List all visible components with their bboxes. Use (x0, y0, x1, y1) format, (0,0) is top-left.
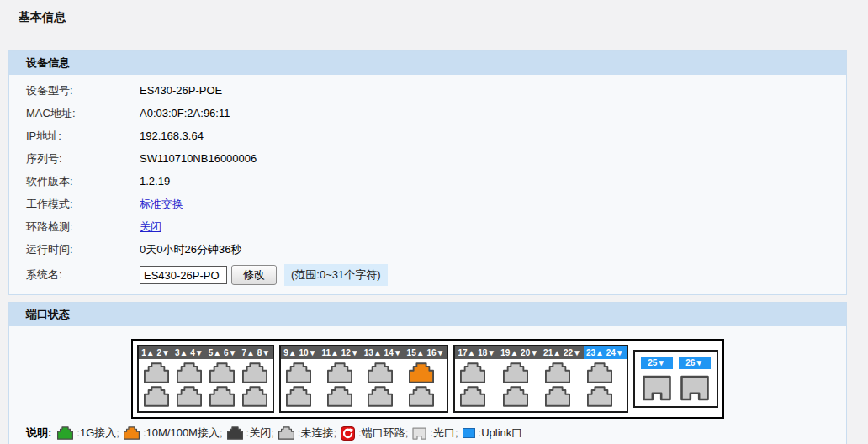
disabled-port-icon (227, 426, 243, 440)
port-11[interactable] (327, 362, 361, 383)
row-value: ES430-26P-POE (140, 84, 222, 97)
port-16[interactable] (409, 386, 442, 407)
port-2[interactable] (144, 386, 169, 407)
port-group-2: 9▲ 10▼11▲ 12▼13▲ 14▼15▲ 16▼ (279, 345, 448, 413)
port-9[interactable] (286, 362, 320, 383)
port-21[interactable] (545, 362, 580, 383)
device-row-work-mode: 工作模式: 标准交换 (9, 193, 846, 215)
legend-item-text: :Uplink口 (479, 426, 523, 441)
device-row-firmware: 软件版本: 1.2.19 (9, 170, 846, 193)
row-label: 设备型号: (9, 83, 140, 98)
device-row-mac: MAC地址: A0:03:0F:2A:96:11 (9, 102, 846, 124)
legend-title: 说明: (26, 426, 51, 441)
device-row-model: 设备型号: ES430-26P-POE (9, 79, 846, 102)
port-pair-label: 9▲ 10▼ (281, 346, 319, 359)
port-pair-label: 15▲ 16▼ (405, 346, 447, 359)
uplink-icon (463, 428, 475, 438)
sfp-cell: 25▼ (641, 357, 673, 401)
port-group-body (139, 359, 273, 411)
device-row-loop-detect: 环路检测: 关闭 (9, 215, 846, 238)
legend-item-text: :光口; (430, 426, 458, 441)
port-20[interactable] (503, 386, 537, 407)
port-pair-label: 19▲ 20▼ (498, 346, 541, 359)
port-7[interactable] (242, 362, 267, 383)
port-13[interactable] (368, 362, 401, 383)
legend-item-text: :1G接入; (77, 426, 119, 441)
port-pair-label: 17▲ 18▼ (455, 346, 498, 359)
port-group-1: 1▲ 2▼3▲ 4▼5▲ 6▼7▲ 8▼ (137, 345, 274, 413)
sfp-cell: 26▼ (679, 357, 711, 401)
row-label: 序列号: (9, 151, 140, 166)
row-label: 工作模式: (9, 197, 140, 212)
legend-item: :1G接入; (57, 426, 119, 441)
page-title: 基本信息 (19, 10, 868, 25)
port-4[interactable] (177, 386, 202, 407)
legend-item-text: :10M/100M接入; (143, 426, 223, 441)
sfp-group: 25▼26▼ (633, 350, 718, 408)
port-19[interactable] (503, 362, 537, 383)
device-info-panel: 设备信息 设备型号: ES430-26P-POE MAC地址: A0:03:0F… (8, 50, 847, 295)
device-info-body: 设备型号: ES430-26P-POE MAC地址: A0:03:0F:2A:9… (9, 75, 846, 294)
legend-item: :端口环路; (341, 426, 408, 441)
loop-icon (341, 426, 355, 441)
port-group-body (455, 359, 626, 411)
port-group-header: 17▲ 18▼19▲ 20▼21▲ 22▼23▲ 24▼ (455, 346, 626, 359)
port-12[interactable] (327, 386, 361, 407)
port-pair-label: 5▲ 6▼ (206, 346, 240, 359)
loop-detect-link[interactable]: 关闭 (140, 219, 161, 235)
port-pair-label: 3▲ 4▼ (172, 346, 206, 359)
port-status-panel: 端口状态 1▲ 2▼3▲ 4▼5▲ 6▼7▲ 8▼9▲ 10▼11▲ 12▼13… (8, 302, 847, 444)
port-14[interactable] (368, 386, 401, 407)
device-row-uptime: 运行时间: 0天0小时26分钟36秒 (9, 238, 846, 261)
legend-item: :光口; (412, 426, 458, 441)
port-group-header: 9▲ 10▼11▲ 12▼13▲ 14▼15▲ 16▼ (281, 346, 447, 359)
port-24[interactable] (587, 386, 622, 407)
port-status-body: 1▲ 2▼3▲ 4▼5▲ 6▼7▲ 8▼9▲ 10▼11▲ 12▼13▲ 14▼… (9, 326, 846, 444)
legend-item: :未连接; (278, 426, 336, 441)
legend-item-text: :未连接; (298, 426, 336, 441)
legend-item: :Uplink口 (463, 426, 523, 441)
legend: 说明: :1G接入;:10M/100M接入;:关闭;:未连接;:端口环路;:光口… (26, 426, 846, 441)
row-label: 系统名: (9, 267, 140, 283)
row-label: 软件版本: (9, 174, 140, 189)
system-name-input[interactable] (140, 266, 227, 284)
device-row-system-name: 系统名: 修改 (范围:0~31个字符) (9, 261, 846, 289)
range-hint: (范围:0~31个字符) (284, 264, 388, 286)
row-label: 环路检测: (9, 219, 140, 235)
connected-1g-port-icon (57, 426, 73, 440)
port-pair-label: 13▲ 14▼ (362, 346, 405, 359)
modify-button[interactable]: 修改 (231, 265, 277, 285)
port-pair-label: 7▲ 8▼ (239, 346, 273, 359)
port-8[interactable] (242, 386, 267, 407)
device-row-ip: IP地址: 192.168.3.64 (9, 124, 846, 147)
port-group-body (281, 359, 447, 411)
connected-100m-port-icon (124, 426, 140, 440)
port-26[interactable] (680, 375, 710, 401)
legend-item-text: :关闭; (246, 426, 274, 441)
port-22[interactable] (545, 386, 580, 407)
row-label: 运行时间: (9, 242, 140, 257)
legend-item: :关闭; (227, 426, 274, 441)
device-info-header: 设备信息 (9, 51, 846, 75)
port-10[interactable] (286, 386, 320, 407)
port-18[interactable] (460, 386, 495, 407)
port-5[interactable] (209, 362, 235, 383)
legend-item-text: :端口环路; (358, 426, 408, 441)
unconnected-port-icon (278, 426, 294, 440)
work-mode-link[interactable]: 标准交换 (140, 197, 183, 212)
row-label: IP地址: (9, 129, 140, 144)
sfp-port-label: 25▼ (641, 357, 673, 369)
port-23[interactable] (587, 362, 622, 383)
port-3[interactable] (177, 362, 202, 383)
port-pair-label: 11▲ 12▼ (320, 346, 362, 359)
row-value: 0天0小时26分钟36秒 (140, 242, 241, 257)
port-25[interactable] (642, 375, 672, 401)
legend-items: :1G接入;:10M/100M接入;:关闭;:未连接;:端口环路;:光口;:Up… (57, 426, 522, 441)
port-group-3: 17▲ 18▼19▲ 20▼21▲ 22▼23▲ 24▼ (453, 345, 627, 413)
port-15[interactable] (409, 362, 442, 383)
device-row-serial: 序列号: SW110710NB16000006 (9, 147, 846, 170)
port-1[interactable] (144, 362, 169, 383)
port-6[interactable] (209, 386, 235, 407)
port-17[interactable] (460, 362, 495, 383)
row-value: 192.168.3.64 (140, 130, 204, 142)
